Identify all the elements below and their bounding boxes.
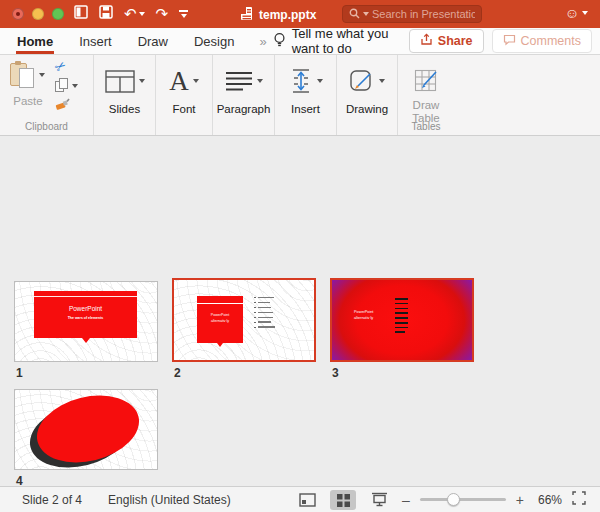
- feedback-button[interactable]: ☺: [565, 5, 588, 21]
- title-bar: ↶ ↷ temp.pptx Search in Presentation ☺: [0, 0, 600, 28]
- paragraph-icon: [225, 71, 253, 91]
- slide-thumbnail-1[interactable]: PowerPoint The wars of elements: [14, 281, 158, 362]
- customize-toolbar-button[interactable]: [179, 10, 188, 18]
- search-scope-chevron-icon[interactable]: [363, 12, 369, 16]
- insert-button[interactable]: [275, 63, 336, 99]
- slide2-box-title: PowerPoint: [197, 313, 243, 317]
- paste-button[interactable]: Paste: [8, 61, 48, 119]
- paste-chevron-icon[interactable]: [39, 73, 45, 77]
- save-icon[interactable]: [99, 5, 113, 23]
- search-icon: [349, 5, 360, 23]
- powerpoint-file-icon: [240, 6, 253, 24]
- font-chevron-icon[interactable]: [193, 79, 199, 83]
- tell-me-label: Tell me what you want to do: [292, 26, 409, 56]
- draw-table-icon: [414, 69, 439, 93]
- undo-button[interactable]: ↶: [124, 6, 145, 22]
- insert-group: Insert: [275, 55, 337, 135]
- new-document-icon[interactable]: [74, 5, 88, 23]
- slide-number-3: 3: [332, 366, 339, 380]
- ribbon-tab-bar: Home Insert Draw Design » Tell me what y…: [0, 28, 600, 55]
- share-label: Share: [438, 34, 473, 48]
- tab-draw[interactable]: Draw: [137, 29, 169, 53]
- comments-label: Comments: [521, 34, 581, 48]
- minimize-window-button[interactable]: [32, 8, 44, 20]
- drawing-group: Drawing: [337, 55, 398, 135]
- slide-number-2: 2: [174, 366, 181, 380]
- slide2-title-box: PowerPoint alternativ ly: [197, 296, 243, 343]
- slide-sorter-icon: [336, 493, 351, 507]
- slide-counter: Slide 2 of 4: [22, 493, 82, 507]
- paragraph-chevron-icon[interactable]: [257, 79, 263, 83]
- copy-chevron-icon[interactable]: [72, 84, 78, 88]
- tables-group-label: Tables: [398, 121, 454, 132]
- zoom-window-button[interactable]: [52, 8, 64, 20]
- lightbulb-icon: [273, 32, 286, 51]
- paste-label: Paste: [8, 95, 48, 107]
- tab-insert[interactable]: Insert: [78, 29, 113, 53]
- feedback-chevron-icon: [582, 11, 588, 15]
- comments-button[interactable]: Comments: [492, 29, 592, 53]
- document-title-area: temp.pptx: [240, 6, 316, 24]
- search-placeholder: Search in Presentation: [372, 8, 475, 20]
- slides-group: Slides: [94, 55, 156, 135]
- slide3-text: PowerPoint alternativ ly: [354, 310, 394, 321]
- zoom-percentage[interactable]: 66%: [534, 493, 562, 507]
- format-painter-icon[interactable]: [55, 97, 70, 115]
- slide1-title: PowerPoint: [34, 305, 137, 312]
- tab-home[interactable]: Home: [16, 29, 54, 53]
- slide-thumbnail-2[interactable]: PowerPoint alternativ ly: [172, 278, 316, 362]
- share-button[interactable]: Share: [409, 29, 484, 53]
- slide-sorter-view-button[interactable]: [330, 490, 356, 510]
- drawing-label: Drawing: [337, 103, 397, 115]
- slideshow-view-button[interactable]: [366, 490, 392, 510]
- window-controls: [12, 8, 64, 20]
- tables-group: Draw Table Tables: [398, 55, 454, 135]
- paragraph-label: Paragraph: [213, 103, 274, 115]
- drawing-button[interactable]: [337, 63, 397, 99]
- font-button[interactable]: A: [156, 63, 212, 99]
- copy-button[interactable]: [55, 78, 78, 93]
- close-window-button[interactable]: [12, 8, 24, 20]
- drawing-chevron-icon[interactable]: [379, 79, 385, 83]
- slides-button[interactable]: [94, 63, 155, 99]
- paragraph-button[interactable]: [213, 63, 274, 99]
- customize-toolbar-chevron-icon: [181, 14, 187, 18]
- comment-bubble-icon: [503, 34, 516, 49]
- redo-icon[interactable]: ↷: [156, 6, 169, 22]
- smiley-icon: ☺: [565, 5, 579, 21]
- undo-chevron-icon[interactable]: [139, 12, 145, 16]
- slideshow-icon: [371, 492, 388, 507]
- insert-icon: [289, 68, 313, 94]
- fit-slide-to-window-button[interactable]: [572, 491, 586, 508]
- more-tabs-indicator[interactable]: »: [259, 34, 264, 49]
- document-title: temp.pptx: [259, 8, 316, 22]
- draw-table-button[interactable]: [398, 63, 454, 99]
- zoom-in-button[interactable]: +: [516, 492, 524, 508]
- slide1-title-banner: PowerPoint The wars of elements: [34, 291, 137, 338]
- slide2-bullet-list: [254, 297, 275, 328]
- slide3-bullet-list: [395, 298, 408, 333]
- normal-view-icon: [299, 493, 316, 507]
- zoom-out-button[interactable]: –: [402, 492, 410, 508]
- customize-toolbar-icon: [179, 10, 188, 12]
- zoom-slider[interactable]: [420, 498, 506, 501]
- language-indicator[interactable]: English (United States): [108, 493, 231, 507]
- tell-me-box[interactable]: Tell me what you want to do: [273, 26, 409, 56]
- zoom-slider-thumb[interactable]: [447, 493, 460, 506]
- slide-thumbnail-4[interactable]: [14, 389, 158, 470]
- slide2-box-subtitle: alternativ ly: [197, 319, 243, 323]
- tab-design[interactable]: Design: [193, 29, 235, 53]
- paste-page-icon: [19, 68, 34, 88]
- insert-label: Insert: [275, 103, 336, 115]
- cut-icon[interactable]: ✂: [52, 57, 70, 76]
- slides-chevron-icon[interactable]: [139, 79, 145, 83]
- slide-thumbnail-3[interactable]: PowerPoint alternativ ly: [330, 278, 474, 362]
- font-icon: A: [169, 67, 189, 95]
- slide-sorter-canvas[interactable]: PowerPoint The wars of elements 1 PowerP…: [0, 136, 600, 486]
- ribbon: Paste ✂ Clipboard Slides A Font: [0, 55, 600, 136]
- share-icon: [420, 33, 433, 49]
- insert-chevron-icon[interactable]: [317, 79, 323, 83]
- search-input[interactable]: Search in Presentation: [342, 5, 482, 23]
- font-group: A Font: [156, 55, 213, 135]
- normal-view-button[interactable]: [294, 490, 320, 510]
